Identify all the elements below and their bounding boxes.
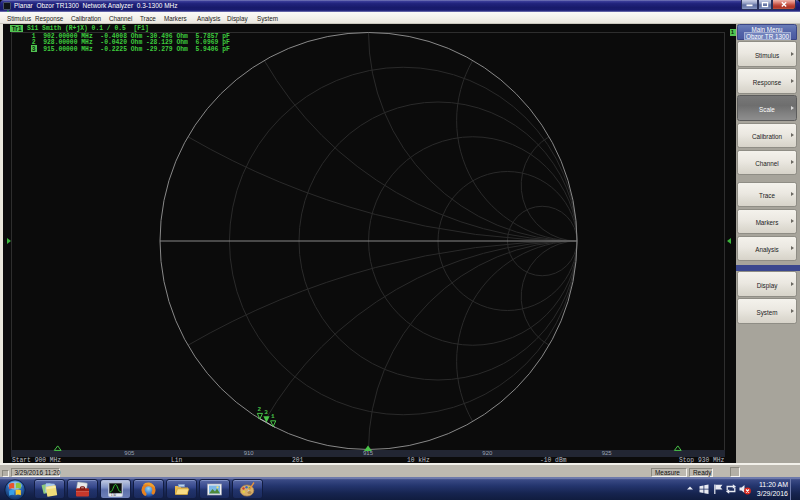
- svg-text:1: 1: [271, 413, 275, 420]
- svg-text:3: 3: [264, 409, 268, 416]
- svg-text:2: 2: [258, 406, 262, 413]
